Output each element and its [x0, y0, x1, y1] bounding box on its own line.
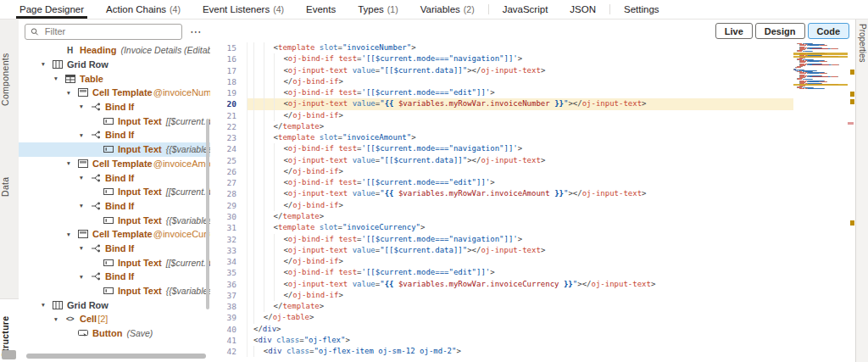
code-line-content[interactable]: <oj-input-text value="{{ $variables.myRo… — [247, 279, 793, 290]
tab-variables[interactable]: Variables(2) — [409, 0, 486, 19]
panel-resize-corner[interactable] — [2, 350, 16, 359]
tree-row[interactable]: ▾Cell Template@invoiceAmount — [19, 157, 210, 171]
tree-row[interactable]: ▾Bind If — [19, 270, 210, 284]
code-line[interactable]: 37</oj-bind-if> — [210, 290, 793, 301]
tree-row[interactable]: ▾Bind If — [19, 100, 210, 114]
code-line[interactable]: 15<template slot="invoiceNumber"> — [210, 42, 793, 53]
expand-arrow-icon[interactable]: ▾ — [42, 61, 52, 68]
code-line-content[interactable]: </oj-bind-if> — [247, 256, 793, 267]
tab-events[interactable]: Events — [295, 0, 347, 19]
expand-arrow-icon[interactable]: ▾ — [54, 316, 64, 323]
code-line-content[interactable]: </oj-bind-if> — [247, 76, 793, 87]
ruler-marker[interactable] — [850, 220, 854, 226]
tab-types[interactable]: Types(1) — [347, 0, 409, 19]
tab-settings[interactable]: Settings — [613, 0, 670, 19]
tree-row[interactable]: ▾Grid Row — [19, 58, 210, 72]
expand-arrow-icon[interactable]: ▾ — [80, 103, 90, 110]
expand-arrow-icon[interactable]: ▾ — [67, 160, 77, 167]
code-line-content[interactable]: </oj-table> — [247, 312, 793, 323]
design-button[interactable]: Design — [755, 23, 805, 39]
code-line[interactable]: 24<oj-bind-if test='[[$current.mode==="n… — [210, 143, 793, 154]
code-line[interactable]: 28<oj-input-text value="{{ $variables.my… — [210, 188, 793, 199]
code-line[interactable]: 17<oj-input-text value="[[$current.data]… — [210, 65, 793, 76]
code-line-content[interactable]: <oj-input-text value="{{ $variables.myRo… — [247, 98, 793, 109]
tree-horizontal-scrollbar[interactable] — [26, 354, 206, 359]
tab-json[interactable]: JSON — [559, 0, 607, 19]
expand-arrow-icon[interactable]: ▾ — [80, 245, 90, 252]
code-line[interactable]: 16<oj-bind-if test='[[$current.mode==="n… — [210, 53, 793, 64]
tree-row[interactable]: ▾Cell Template@invoiceNumber — [19, 86, 210, 100]
ruler-marker[interactable] — [850, 70, 854, 75]
expand-arrow-icon[interactable]: ▾ — [42, 302, 52, 309]
code-line-content[interactable]: <oj-bind-if test='[[$current.mode==="edi… — [247, 177, 793, 188]
code-line-content[interactable]: </template> — [247, 211, 793, 222]
code-line[interactable]: 18</oj-bind-if> — [210, 76, 793, 87]
code-editor[interactable]: 15<template slot="invoiceNumber">16<oj-b… — [210, 41, 856, 362]
tab-action-chains[interactable]: Action Chains(4) — [95, 0, 192, 19]
code-line[interactable]: 36<oj-input-text value="{{ $variables.my… — [210, 279, 793, 290]
code-line-content[interactable]: </oj-bind-if> — [247, 290, 793, 301]
tree-row[interactable]: ▾Bind If — [19, 242, 210, 256]
tree-row[interactable]: Input Text[[$current.data]] — [19, 114, 210, 128]
code-line[interactable]: 33<oj-input-text value="[[$current.data]… — [210, 245, 793, 256]
code-line[interactable]: 23<template slot="invoiceAmount"> — [210, 132, 793, 143]
code-line[interactable]: 35<oj-bind-if test='[[$current.mode==="e… — [210, 267, 793, 278]
tree-row[interactable]: Input Text{{$variables...invoiceCurrency… — [19, 284, 210, 298]
code-line-content[interactable]: <template slot="invoiceNumber"> — [247, 42, 793, 53]
expand-arrow-icon[interactable]: ▾ — [54, 75, 64, 82]
code-line[interactable]: 20<oj-input-text value="{{ $variables.my… — [210, 98, 793, 109]
tree-row[interactable]: Input Text[[$current.data]] — [19, 255, 210, 270]
tree-row[interactable]: Input Text[[$current.data]] — [19, 185, 210, 199]
tree-row[interactable]: HHeading(Invoice Details (Editable Table… — [19, 43, 210, 58]
code-line-content[interactable]: </div> — [247, 324, 793, 335]
tree-vertical-scrollbar[interactable] — [206, 119, 209, 309]
tab-page-designer[interactable]: Page Designer — [8, 0, 95, 19]
tree-row[interactable]: ▾Bind If — [19, 170, 210, 185]
code-line-content[interactable]: <div class="oj-flex"> — [247, 335, 793, 346]
code-line-content[interactable]: </template> — [247, 121, 793, 132]
code-line-content[interactable]: <template slot="invoiceAmount"> — [247, 132, 793, 143]
live-button[interactable]: Live — [715, 23, 753, 39]
code-line-content[interactable]: <oj-bind-if test='[[$current.mode==="edi… — [247, 87, 793, 98]
tree-row[interactable]: ▾Grid Row — [19, 298, 210, 312]
code-line-content[interactable]: </oj-bind-if> — [247, 200, 793, 211]
tree-row[interactable]: ▾<>Cell [2] — [19, 312, 210, 326]
tab-javascript[interactable]: JavaScript — [492, 0, 559, 19]
code-line-content[interactable]: <oj-bind-if test='[[$current.mode==="nav… — [247, 234, 793, 245]
code-line[interactable]: 21</oj-bind-if> — [210, 110, 793, 121]
ruler-marker[interactable] — [848, 122, 854, 125]
tree-row[interactable]: ▾Table — [19, 71, 210, 86]
minimap[interactable] — [793, 42, 848, 359]
code-line[interactable]: 26</oj-bind-if> — [210, 166, 793, 177]
code-line[interactable]: 19<oj-bind-if test='[[$current.mode==="e… — [210, 87, 793, 98]
expand-arrow-icon[interactable]: ▾ — [80, 274, 90, 281]
sidebar-tab-components[interactable]: Components — [0, 44, 19, 115]
tree-row[interactable]: Input Text{{$variables...invoiceNumber}} — [19, 142, 210, 157]
expand-arrow-icon[interactable]: ▾ — [67, 90, 77, 97]
code-line-content[interactable]: <oj-bind-if test='[[$current.mode==="edi… — [247, 267, 793, 278]
code-line-content[interactable]: </oj-bind-if> — [247, 110, 793, 121]
code-line[interactable]: 30</template> — [210, 211, 793, 222]
expand-arrow-icon[interactable]: ▾ — [80, 132, 90, 139]
code-line-content[interactable]: <div class="oj-flex-item oj-sm-12 oj-md-… — [247, 346, 793, 357]
code-line[interactable]: 29</oj-bind-if> — [210, 200, 793, 211]
tree-row[interactable]: ▾Cell Template@invoiceCurrency — [19, 227, 210, 242]
tab-event-listeners[interactable]: Event Listeners(4) — [192, 0, 295, 19]
tree-row[interactable]: ▾Bind If — [19, 128, 210, 142]
panel-menu-button[interactable]: ⋯ — [186, 27, 206, 36]
code-line-content[interactable]: <oj-input-text value="[[$current.data]]"… — [247, 65, 793, 76]
tree-row[interactable]: Input Text{{$variables...invoiceAmount}} — [19, 213, 210, 227]
code-line[interactable]: 27<oj-bind-if test='[[$current.mode==="e… — [210, 177, 793, 188]
code-line[interactable]: 39</oj-table> — [210, 312, 793, 323]
code-line[interactable]: 25<oj-input-text value="[[$current.data]… — [210, 155, 793, 166]
code-line-content[interactable]: <oj-bind-if test='[[$current.mode==="nav… — [247, 143, 793, 154]
tree-row[interactable]: ▾Bind If — [19, 199, 210, 214]
code-line-content[interactable]: </oj-bind-if> — [247, 166, 793, 177]
code-line[interactable]: 40</div> — [210, 324, 793, 335]
code-line[interactable]: 42<div class="oj-flex-item oj-sm-12 oj-m… — [210, 346, 793, 357]
code-line[interactable]: 31<template slot="invoiceCurrency"> — [210, 222, 793, 233]
properties-panel-collapsed[interactable]: Properties — [855, 19, 868, 362]
ruler-marker[interactable] — [850, 92, 854, 97]
ruler-marker[interactable] — [850, 99, 854, 104]
tree-row[interactable]: Button(Save) — [19, 326, 210, 341]
